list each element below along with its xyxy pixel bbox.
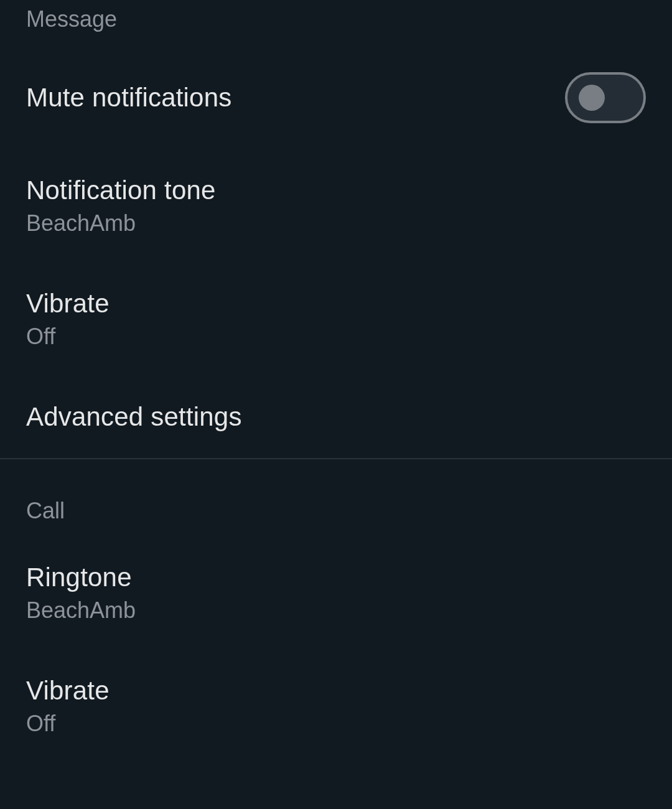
call-vibrate-label: Vibrate <box>26 676 110 706</box>
call-section-header: Call <box>0 498 672 536</box>
call-vibrate-row[interactable]: Vibrate Off <box>0 650 672 763</box>
message-vibrate-value: Off <box>26 324 110 350</box>
advanced-settings-row[interactable]: Advanced settings <box>0 376 672 458</box>
toggle-knob-icon <box>579 85 605 111</box>
mute-notifications-label: Mute notifications <box>26 83 231 113</box>
notification-tone-row[interactable]: Notification tone BeachAmb <box>0 149 672 263</box>
notification-tone-value: BeachAmb <box>26 210 216 236</box>
advanced-settings-label: Advanced settings <box>26 402 242 432</box>
notification-tone-label: Notification tone <box>26 175 216 205</box>
mute-notifications-row[interactable]: Mute notifications <box>0 46 672 149</box>
message-vibrate-label: Vibrate <box>26 289 110 319</box>
ringtone-row[interactable]: Ringtone BeachAmb <box>0 536 672 650</box>
mute-notifications-toggle[interactable] <box>565 72 646 123</box>
message-section-header: Message <box>0 0 672 46</box>
message-vibrate-row[interactable]: Vibrate Off <box>0 263 672 376</box>
call-vibrate-value: Off <box>26 711 110 737</box>
ringtone-value: BeachAmb <box>26 597 136 624</box>
ringtone-label: Ringtone <box>26 563 136 592</box>
